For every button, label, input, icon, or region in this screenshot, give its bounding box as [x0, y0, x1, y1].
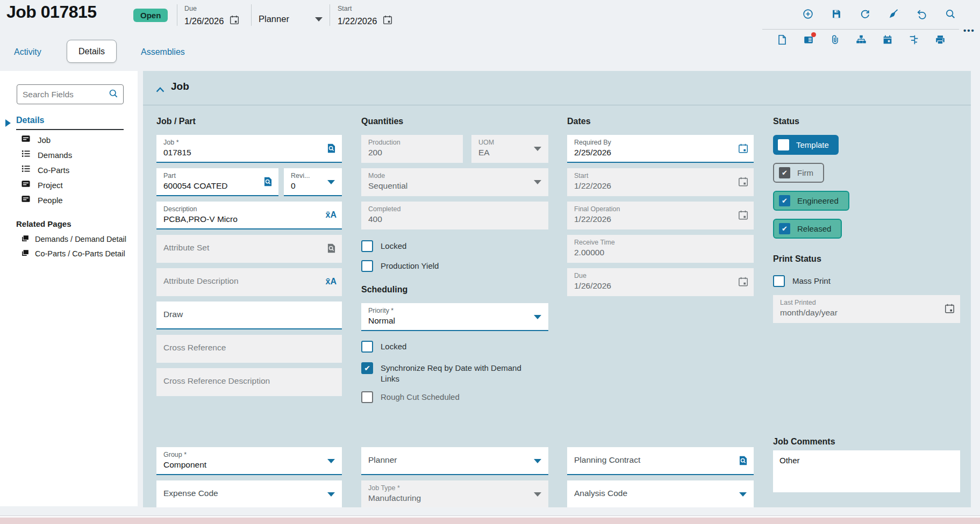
field-label: Planner: [368, 455, 529, 465]
lookup-icon[interactable]: [738, 455, 749, 466]
checkbox-label: Mass Print: [792, 275, 831, 286]
field-label: Draw: [163, 310, 323, 319]
production-yield-checkbox[interactable]: Production Yield: [361, 260, 548, 272]
field-value[interactable]: 2/25/2026: [574, 148, 734, 157]
sidebar-item-people[interactable]: People: [20, 193, 63, 206]
collapse-chevron-icon[interactable]: [154, 84, 166, 94]
sidebar-item-co-parts[interactable]: Co-Parts: [20, 163, 69, 176]
sidebar-item-job[interactable]: Job: [20, 133, 51, 146]
priority-dropdown[interactable]: Priority * Normal: [361, 303, 548, 331]
field-value[interactable]: 017815: [163, 148, 323, 157]
related-item-demands-detail[interactable]: Demands / Demand Detail: [20, 233, 126, 245]
attachment-icon[interactable]: [829, 34, 841, 46]
job-field[interactable]: Job * 017815: [156, 135, 342, 163]
template-toggle[interactable]: Template: [773, 135, 839, 155]
chevron-down-icon: [534, 492, 541, 497]
scheduling-locked-checkbox[interactable]: Locked: [361, 341, 548, 353]
search-input[interactable]: [23, 90, 108, 99]
lookup-icon[interactable]: [262, 176, 274, 188]
checkbox-icon[interactable]: [361, 240, 373, 252]
checkbox-label: Locked: [381, 240, 406, 252]
firm-toggle[interactable]: ✔ Firm: [773, 163, 824, 183]
field-value[interactable]: 600054 COATED: [163, 181, 259, 191]
calendar-icon[interactable]: [229, 15, 240, 27]
planning-contract-field[interactable]: Planning Contract: [567, 447, 754, 475]
milestones-icon[interactable]: [908, 34, 920, 46]
hierarchy-icon[interactable]: [855, 34, 867, 46]
checkbox-checked-icon[interactable]: ✔: [361, 362, 373, 374]
last-printed-field: Last Printed month/day/year: [773, 295, 960, 323]
field-value[interactable]: Component: [163, 460, 323, 470]
tab-activity[interactable]: Activity: [14, 47, 41, 57]
checkbox-icon[interactable]: [778, 139, 789, 150]
draw-field[interactable]: Draw: [156, 302, 342, 329]
checkbox-icon[interactable]: [361, 341, 373, 353]
header-divider: [177, 4, 177, 26]
header-planner-dropdown[interactable]: Planner: [259, 3, 323, 24]
sidebar-item-demands[interactable]: Demands: [20, 148, 72, 161]
checkbox-checked-icon[interactable]: ✔: [779, 167, 790, 178]
sidebar-details-header[interactable]: Details: [16, 116, 44, 125]
job-comments-heading: Job Comments: [773, 437, 960, 447]
field-label: Final Operation: [574, 205, 734, 213]
header-due-field[interactable]: Due 1/26/2026: [184, 3, 240, 27]
field-label: Analysis Code: [574, 489, 734, 498]
field-value[interactable]: 0: [291, 181, 323, 191]
group-dropdown[interactable]: Group * Component: [156, 447, 342, 475]
planner-dropdown[interactable]: Planner: [361, 447, 548, 475]
start-value[interactable]: 1/22/2026: [338, 16, 377, 26]
planner-label[interactable]: Planner: [259, 14, 289, 24]
related-item-co-parts-detail[interactable]: Co-Parts / Co-Parts Detail: [20, 248, 125, 260]
more-icon[interactable]: •••: [963, 26, 975, 35]
chevron-down-icon: [534, 315, 541, 319]
field-value[interactable]: Normal: [368, 316, 529, 326]
tab-details[interactable]: Details: [67, 40, 117, 63]
refresh-icon[interactable]: [859, 8, 871, 20]
job-comments-input[interactable]: Other: [773, 450, 960, 492]
checkbox-checked-icon[interactable]: ✔: [779, 195, 790, 206]
checkbox-icon[interactable]: [361, 260, 373, 272]
tab-assemblies[interactable]: Assemblies: [141, 47, 185, 57]
details-underline: [16, 129, 124, 130]
bottom-scrollbar-track[interactable]: [0, 518, 980, 524]
search-fields-box[interactable]: [17, 84, 124, 104]
checkbox-icon[interactable]: [773, 275, 785, 287]
print-icon[interactable]: [934, 34, 946, 46]
analysis-code-dropdown[interactable]: Analysis Code: [567, 480, 754, 507]
calendar-icon: [738, 210, 749, 221]
lookup-icon[interactable]: [326, 143, 337, 154]
calendar-icon[interactable]: [738, 143, 749, 154]
released-toggle[interactable]: ✔ Released: [773, 219, 842, 239]
field-label: Attribute Set: [163, 243, 323, 253]
part-field[interactable]: Part 600054 COATED: [156, 168, 278, 196]
mass-print-checkbox[interactable]: Mass Print: [773, 275, 960, 287]
locked-checkbox[interactable]: Locked: [361, 240, 548, 252]
field-label: Cross Reference Description: [163, 376, 323, 386]
calendar-icon[interactable]: [882, 34, 893, 46]
toggle-label: Firm: [797, 168, 813, 177]
save-icon[interactable]: [831, 8, 842, 20]
due-value[interactable]: 1/26/2026: [184, 16, 224, 26]
required-by-field[interactable]: Required By 2/25/2026: [567, 135, 754, 163]
engineered-toggle[interactable]: ✔ Engineered: [773, 191, 849, 211]
list-icon: [20, 163, 31, 176]
notes-icon[interactable]: [803, 34, 814, 46]
expense-code-dropdown[interactable]: Expense Code: [156, 480, 342, 507]
description-field[interactable]: Description PCBA,PRO-V Micro x̄A: [156, 202, 342, 229]
revision-dropdown[interactable]: Revi... 0: [284, 168, 342, 196]
add-icon[interactable]: [802, 8, 814, 20]
sidebar-item-project[interactable]: Project: [20, 178, 63, 191]
job-comments-block: Job Comments Other: [773, 437, 960, 447]
header-start-field[interactable]: Start 1/22/2026: [338, 3, 393, 27]
calendar-icon[interactable]: [382, 15, 393, 27]
field-label: Planning Contract: [574, 455, 734, 465]
field-value[interactable]: PCBA,PRO-V Micro: [163, 214, 323, 224]
clean-icon[interactable]: [888, 8, 899, 20]
undo-icon[interactable]: [916, 8, 928, 20]
translate-icon[interactable]: x̄A: [326, 210, 337, 220]
synchronize-checkbox[interactable]: ✔ Synchronize Req by Date with Demand Li…: [361, 362, 531, 384]
new-document-icon[interactable]: [776, 34, 788, 46]
search-icon[interactable]: [108, 88, 119, 101]
checkbox-checked-icon[interactable]: ✔: [779, 223, 790, 234]
search-icon[interactable]: [945, 8, 956, 20]
